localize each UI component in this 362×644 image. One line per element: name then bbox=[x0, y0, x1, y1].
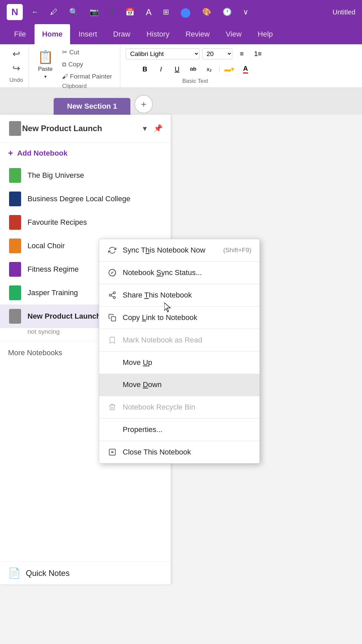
notebook-header: New Product Launch ▾ 📌 bbox=[0, 115, 171, 143]
tab-insert[interactable]: Insert bbox=[71, 24, 105, 44]
quick-notes-label: Quick Notes bbox=[26, 569, 70, 578]
tab-draw[interactable]: Draw bbox=[106, 24, 138, 44]
font-row: Calibri Light 20 ≡ 1≡ bbox=[126, 47, 264, 60]
app-title: Untitled bbox=[333, 8, 355, 16]
paste-icon: 📋 bbox=[38, 50, 53, 64]
ctx-properties-label: Properties... bbox=[123, 425, 163, 434]
calendar-button[interactable]: 📅 bbox=[123, 5, 137, 19]
notebook-name-5: Fitness Regime bbox=[27, 265, 79, 274]
main-area: New Product Launch ▾ 📌 + Add Notebook Th… bbox=[0, 115, 362, 584]
tab-home[interactable]: Home bbox=[35, 24, 70, 44]
app-logo: N bbox=[7, 4, 23, 20]
ctx-properties[interactable]: Properties... bbox=[99, 419, 259, 441]
share-icon bbox=[107, 290, 117, 300]
insert-table-button[interactable]: ⊞ bbox=[160, 5, 172, 19]
redo-icon: ↪ bbox=[12, 63, 20, 74]
cut-icon: ✂ bbox=[62, 48, 67, 56]
ribbon-content: ↩ ↪ Undo 📋 Paste ▾ ✂ Cut ⧉ bbox=[0, 44, 362, 88]
highlight-button[interactable]: 🖊 bbox=[48, 5, 60, 19]
format-buttons-row: B I U ab x₂ | ▬▾ A bbox=[138, 62, 252, 76]
numbered-list-button[interactable]: 1≡ bbox=[251, 47, 264, 60]
notebook-icon-1 bbox=[8, 168, 22, 182]
section-add-button[interactable]: + bbox=[134, 95, 153, 113]
ctx-move-up[interactable]: Move Up bbox=[99, 352, 259, 374]
pin-icon[interactable]: 📌 bbox=[154, 124, 163, 133]
cut-button[interactable]: ✂ Cut bbox=[59, 47, 115, 57]
bold-button[interactable]: B bbox=[138, 62, 152, 76]
undo-group-label: Undo bbox=[9, 77, 23, 85]
font-color-button[interactable]: A bbox=[239, 62, 252, 76]
ctx-sync-now[interactable]: Sync This Notebook Now (Shift+F9) bbox=[99, 239, 259, 261]
notebook-item-2[interactable]: Business Degree Local College bbox=[0, 187, 171, 211]
add-notebook-label: Add Notebook bbox=[17, 149, 67, 158]
font-family-select[interactable]: Calibri Light bbox=[126, 48, 199, 59]
context-menu: Sync This Notebook Now (Shift+F9) Notebo… bbox=[99, 239, 260, 464]
paste-button[interactable]: 📋 Paste ▾ bbox=[34, 48, 57, 81]
strikethrough-button[interactable]: ab bbox=[186, 62, 200, 76]
svg-line-5 bbox=[111, 293, 114, 295]
section-tab-active[interactable]: New Section 1 bbox=[54, 98, 130, 115]
ctx-recycle-bin: Notebook Recycle Bin bbox=[99, 396, 259, 418]
excel-button[interactable]: X bbox=[107, 6, 117, 18]
undo-button[interactable]: ↩ bbox=[10, 47, 23, 61]
fontsize-button[interactable]: A bbox=[143, 4, 154, 20]
clipboard-group: 📋 Paste ▾ ✂ Cut ⧉ Copy 🖌 Format Painter bbox=[29, 44, 121, 88]
ribbon-tabs: File Home Insert Draw History Review Vie… bbox=[0, 24, 362, 44]
cut-label: Cut bbox=[69, 49, 79, 56]
svg-rect-6 bbox=[111, 317, 116, 321]
notebook-name-2: Business Degree Local College bbox=[27, 195, 130, 203]
ctx-mark-read: Mark Notebook as Read bbox=[99, 329, 259, 351]
tab-help[interactable]: Help bbox=[250, 24, 280, 44]
basic-text-group-label: Basic Text bbox=[182, 78, 208, 86]
record-button[interactable]: ⬤ bbox=[178, 4, 193, 20]
title-bar: N ← 🖊 🔍 📷 X 📅 A ⊞ ⬤ 🎨 🕐 ∨ Untitled bbox=[0, 0, 362, 24]
subscript-button[interactable]: x₂ bbox=[202, 62, 216, 76]
search-button[interactable]: 🔍 bbox=[66, 5, 81, 19]
notebook-dropdown-icon[interactable]: ▾ bbox=[143, 124, 147, 133]
italic-button[interactable]: I bbox=[154, 62, 168, 76]
close-notebook-icon bbox=[107, 447, 117, 457]
ctx-copy-link[interactable]: Copy Link to Notebook bbox=[99, 307, 259, 329]
tab-review[interactable]: Review bbox=[178, 24, 217, 44]
sync-now-icon bbox=[107, 245, 117, 255]
ctx-mark-read-label: Mark Notebook as Read bbox=[123, 336, 202, 344]
ctx-close-notebook-label: Close This Notebook bbox=[123, 448, 191, 457]
tab-view[interactable]: View bbox=[219, 24, 249, 44]
clipboard-group-label: Clipboard bbox=[62, 83, 87, 91]
ctx-move-down-label: Move Down bbox=[123, 380, 162, 389]
font-size-select[interactable]: 20 bbox=[202, 48, 232, 59]
basic-text-group: Calibri Light 20 ≡ 1≡ B I U ab x₂ | ▬▾ A… bbox=[120, 44, 270, 88]
history-button[interactable]: 🕐 bbox=[220, 5, 234, 19]
palette-button[interactable]: 🎨 bbox=[199, 5, 214, 19]
highlight-color-button[interactable]: ▬▾ bbox=[223, 62, 236, 76]
back-button[interactable]: ← bbox=[29, 5, 42, 19]
ctx-share[interactable]: Share This Notebook bbox=[99, 284, 259, 306]
ctx-sync-now-label: Sync This Notebook Now bbox=[123, 246, 205, 255]
redo-button[interactable]: ↪ bbox=[10, 61, 23, 75]
add-notebook-button[interactable]: + Add Notebook bbox=[0, 143, 171, 164]
more-button[interactable]: ∨ bbox=[240, 5, 251, 19]
ctx-close-notebook[interactable]: Close This Notebook bbox=[99, 441, 259, 463]
ctx-sync-status[interactable]: Notebook Sync Status... bbox=[99, 262, 259, 284]
copy-button[interactable]: ⧉ Copy bbox=[59, 59, 115, 69]
mark-read-icon bbox=[107, 335, 117, 345]
notebook-name-1: The Big Universe bbox=[27, 171, 84, 180]
quick-notes-row[interactable]: 📄 Quick Notes bbox=[0, 561, 171, 584]
add-plus-icon: + bbox=[8, 148, 13, 158]
paste-label: Paste bbox=[38, 66, 52, 72]
notebook-name-3: Favourite Recipes bbox=[27, 218, 87, 227]
notebook-name-4: Local Choir bbox=[27, 241, 65, 250]
properties-icon bbox=[107, 425, 117, 435]
tab-file[interactable]: File bbox=[7, 24, 33, 44]
underline-button[interactable]: U bbox=[170, 62, 184, 76]
list-button[interactable]: ≡ bbox=[235, 47, 248, 60]
notebook-icon-5 bbox=[8, 262, 22, 276]
notebook-icon-4 bbox=[8, 239, 22, 253]
camera-button[interactable]: 📷 bbox=[87, 5, 101, 19]
notebook-icon-2 bbox=[8, 192, 22, 206]
notebook-item-3[interactable]: Favourite Recipes bbox=[0, 211, 171, 234]
ctx-move-down[interactable]: Move Down bbox=[99, 374, 259, 396]
notebook-item-1[interactable]: The Big Universe bbox=[0, 164, 171, 187]
format-painter-button[interactable]: 🖌 Format Painter bbox=[59, 71, 115, 82]
tab-history[interactable]: History bbox=[139, 24, 177, 44]
